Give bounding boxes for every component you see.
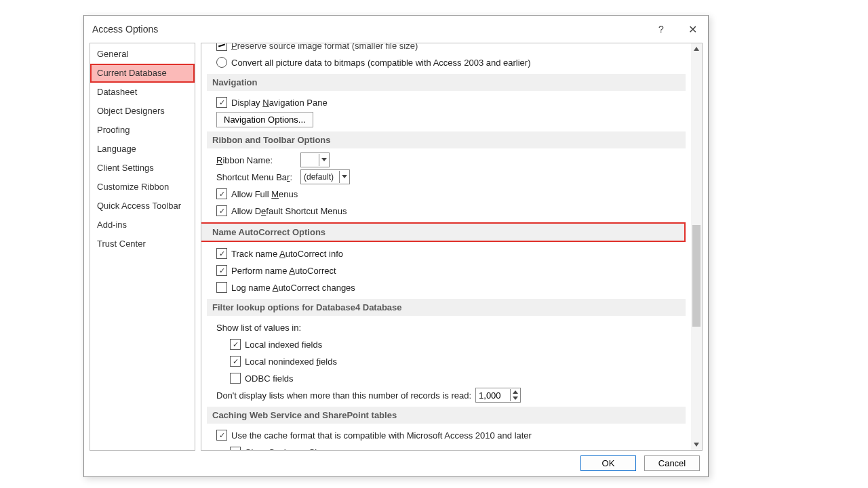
sidebar-item-current-database[interactable]: Current Database — [90, 64, 195, 83]
record-count-stepper[interactable] — [475, 388, 521, 403]
sidebar-item-object-designers[interactable]: Object Designers — [90, 102, 195, 121]
svg-marker-0 — [321, 158, 327, 161]
sidebar-item-trust-center[interactable]: Trust Center — [90, 235, 195, 253]
ribbon-name-label: Ribbon Name: — [216, 155, 296, 165]
svg-marker-2 — [513, 390, 518, 394]
sidebar-item-client-settings[interactable]: Client Settings — [90, 159, 195, 178]
navigation-options-button[interactable]: Navigation Options... — [216, 112, 313, 127]
clear-cache-on-close-label: Clear Cache on Close — [245, 447, 331, 451]
local-nonindexed-fields-checkbox[interactable] — [230, 356, 241, 367]
sidebar-item-add-ins[interactable]: Add-ins — [90, 216, 195, 235]
sidebar: General Current Database Datasheet Objec… — [90, 43, 195, 451]
local-indexed-fields-checkbox[interactable] — [230, 339, 241, 350]
odbc-fields-checkbox[interactable] — [230, 373, 241, 384]
display-nav-pane-checkbox[interactable] — [216, 97, 227, 108]
scrollbar-thumb[interactable] — [692, 225, 701, 327]
local-indexed-fields-label: Local indexed fields — [245, 340, 322, 350]
svg-marker-4 — [694, 47, 699, 51]
sidebar-item-customize-ribbon[interactable]: Customize Ribbon — [90, 178, 195, 197]
shortcut-menu-bar-label: Shortcut Menu Bar: — [216, 172, 296, 182]
help-button[interactable]: ? — [646, 16, 677, 43]
perform-name-autocorrect-checkbox[interactable] — [216, 265, 227, 276]
dialog-title: Access Options — [92, 24, 158, 35]
show-list-label: Show list of values in: — [216, 323, 301, 333]
section-ribbon: Ribbon and Toolbar Options — [207, 131, 686, 148]
dialog-footer: OK Cancel — [84, 451, 708, 475]
section-name-autocorrect: Name AutoCorrect Options — [201, 222, 686, 242]
sidebar-item-general[interactable]: General — [90, 45, 195, 64]
allow-full-menus-checkbox[interactable] — [216, 188, 227, 199]
convert-bitmaps-radio[interactable] — [216, 57, 227, 68]
local-nonindexed-fields-label: Local nonindexed fields — [245, 357, 337, 367]
allow-default-shortcut-menus-checkbox[interactable] — [216, 205, 227, 216]
content-pane: Preserve source image format (smaller fi… — [201, 43, 703, 451]
log-name-autocorrect-label: Log name AutoCorrect changes — [231, 283, 355, 293]
stepper-down-icon[interactable] — [511, 395, 520, 401]
close-button[interactable]: ✕ — [677, 16, 708, 43]
shortcut-menu-bar-combo[interactable]: (default) — [300, 169, 350, 184]
sidebar-item-language[interactable]: Language — [90, 140, 195, 159]
odbc-fields-label: ODBC fields — [245, 373, 294, 384]
section-navigation: Navigation — [207, 74, 686, 91]
titlebar: Access Options ? ✕ — [84, 16, 708, 43]
perform-name-autocorrect-label: Perform name AutoCorrect — [231, 266, 336, 276]
sidebar-item-quick-access-toolbar[interactable]: Quick Access Toolbar — [90, 197, 195, 216]
track-name-autocorrect-checkbox[interactable] — [216, 248, 227, 259]
preserve-image-checkbox[interactable] — [216, 43, 227, 51]
section-filter-lookup: Filter lookup options for Database4 Data… — [207, 299, 686, 316]
convert-bitmaps-label: Convert all picture data to bitmaps (com… — [231, 58, 531, 68]
section-caching: Caching Web Service and SharePoint table… — [207, 407, 686, 424]
ribbon-name-combo[interactable] — [300, 152, 330, 167]
log-name-autocorrect-checkbox[interactable] — [216, 282, 227, 293]
svg-marker-3 — [513, 396, 518, 400]
display-nav-pane-label: Display Navigation Pane — [231, 98, 328, 108]
scrollbar[interactable] — [691, 43, 702, 450]
clear-cache-on-close-checkbox[interactable] — [230, 447, 241, 450]
allow-full-menus-label: Allow Full Menus — [231, 189, 298, 199]
scroll-up-icon[interactable] — [691, 43, 702, 54]
access-options-dialog: Access Options ? ✕ General Current Datab… — [83, 15, 709, 477]
track-name-autocorrect-label: Track name AutoCorrect info — [231, 249, 343, 259]
dont-display-label: Don't display lists when more than this … — [216, 390, 471, 401]
use-cache-format-checkbox[interactable] — [216, 430, 227, 441]
ok-button[interactable]: OK — [580, 455, 636, 471]
use-cache-format-label: Use the cache format that is compatible … — [231, 430, 532, 441]
sidebar-item-proofing[interactable]: Proofing — [90, 121, 195, 140]
record-count-input[interactable] — [476, 389, 510, 401]
svg-marker-1 — [342, 175, 347, 178]
sidebar-item-datasheet[interactable]: Datasheet — [90, 83, 195, 102]
svg-marker-5 — [694, 443, 699, 447]
cancel-button[interactable]: Cancel — [644, 455, 700, 471]
stepper-up-icon[interactable] — [511, 389, 520, 395]
allow-default-shortcut-menus-label: Allow Default Shortcut Menus — [231, 206, 347, 216]
scroll-down-icon[interactable] — [691, 439, 702, 450]
preserve-image-label: Preserve source image format (smaller fi… — [231, 43, 418, 51]
